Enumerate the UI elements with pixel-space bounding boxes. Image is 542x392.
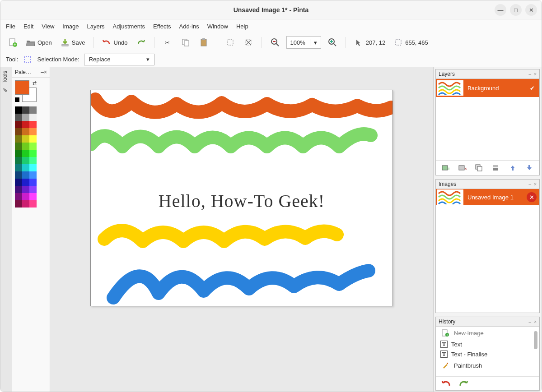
- palette-color[interactable]: [22, 193, 29, 200]
- images-list[interactable]: Unsaved Image 1 ✕: [436, 189, 539, 313]
- canvas-viewport[interactable]: Hello, How-To Geek!: [50, 67, 433, 392]
- duplicate-layer-button[interactable]: [474, 163, 485, 172]
- palette-color[interactable]: [22, 186, 29, 193]
- palette-color[interactable]: [29, 200, 37, 208]
- palette-color[interactable]: [29, 143, 37, 150]
- layer-down-button[interactable]: [524, 163, 535, 172]
- color-swatches[interactable]: ⇄: [15, 80, 37, 102]
- palette-color[interactable]: [29, 135, 37, 143]
- open-button[interactable]: Open: [24, 37, 54, 48]
- close-panel-icon[interactable]: ×: [534, 72, 537, 77]
- save-button[interactable]: Save: [58, 37, 87, 48]
- palette-color[interactable]: [22, 200, 29, 208]
- palette-color[interactable]: [29, 106, 37, 114]
- deselect-button[interactable]: [242, 37, 255, 48]
- menu-image[interactable]: Image: [62, 23, 79, 30]
- palette-color[interactable]: [15, 200, 22, 208]
- palette-color[interactable]: [22, 135, 29, 143]
- palette-color[interactable]: [15, 186, 22, 193]
- palette-color[interactable]: [15, 135, 22, 143]
- palette-color[interactable]: [29, 186, 37, 193]
- palette-color[interactable]: [22, 150, 29, 157]
- close-button[interactable]: ✕: [525, 4, 537, 16]
- layer-up-button[interactable]: [507, 163, 518, 172]
- history-item[interactable]: T Text - Finalise: [436, 349, 539, 359]
- history-list[interactable]: + New Image T Text T Text - Finalise Pai…: [436, 327, 539, 376]
- menu-edit[interactable]: Edit: [23, 23, 33, 30]
- palette-color[interactable]: [22, 179, 29, 186]
- default-colors-icon[interactable]: [15, 97, 19, 102]
- menu-adjustments[interactable]: Adjustments: [112, 23, 145, 30]
- palette-color[interactable]: [29, 128, 37, 135]
- palette-color[interactable]: [29, 171, 37, 179]
- palette-color[interactable]: [22, 143, 29, 150]
- layers-list[interactable]: Background ✔: [436, 79, 539, 160]
- palette-color[interactable]: [22, 114, 29, 121]
- palette-color[interactable]: [29, 150, 37, 157]
- palette-color[interactable]: [15, 128, 22, 135]
- palette-color[interactable]: [22, 157, 29, 164]
- palette-color[interactable]: [15, 143, 22, 150]
- palette-color[interactable]: [22, 121, 29, 128]
- add-layer-button[interactable]: +: [440, 163, 451, 172]
- palette-color[interactable]: [29, 193, 37, 200]
- merge-layer-button[interactable]: [491, 163, 501, 172]
- layer-row[interactable]: Background ✔: [436, 79, 539, 97]
- palette-color[interactable]: [15, 114, 22, 121]
- tools-tab[interactable]: ✎ Tools: [0, 67, 12, 392]
- zoom-out-button[interactable]: [268, 37, 282, 48]
- palette-color[interactable]: [22, 164, 29, 171]
- palette-grid[interactable]: [12, 105, 50, 209]
- history-item[interactable]: T Text: [436, 339, 539, 349]
- menu-window[interactable]: Window: [207, 23, 228, 30]
- minimize-panel-icon[interactable]: –: [529, 182, 532, 187]
- minimize-panel-icon[interactable]: –: [41, 69, 44, 75]
- visible-check-icon[interactable]: ✔: [530, 85, 539, 92]
- canvas[interactable]: Hello, How-To Geek!: [90, 90, 393, 306]
- minimize-panel-icon[interactable]: –: [529, 72, 532, 77]
- history-item[interactable]: + New Image: [436, 327, 539, 339]
- maximize-button[interactable]: □: [510, 4, 522, 16]
- palette-color[interactable]: [22, 106, 29, 114]
- menu-view[interactable]: View: [42, 23, 54, 30]
- cut-button[interactable]: ✂: [161, 37, 174, 48]
- menu-file[interactable]: File: [6, 23, 15, 30]
- palette-color[interactable]: [15, 157, 22, 164]
- palette-color[interactable]: [29, 164, 37, 171]
- close-panel-icon[interactable]: ×: [534, 319, 537, 324]
- palette-color[interactable]: [22, 171, 29, 179]
- history-undo-button[interactable]: [441, 378, 451, 388]
- close-panel-icon[interactable]: ×: [44, 69, 47, 75]
- menu-help[interactable]: Help: [236, 23, 248, 30]
- minimize-panel-icon[interactable]: –: [529, 319, 532, 324]
- palette-color[interactable]: [15, 150, 22, 157]
- delete-layer-button[interactable]: ×: [457, 163, 468, 172]
- palette-color[interactable]: [15, 121, 22, 128]
- palette-color[interactable]: [15, 179, 22, 186]
- menu-effects[interactable]: Effects: [153, 23, 171, 30]
- palette-color[interactable]: [29, 179, 37, 186]
- palette-color[interactable]: [29, 121, 37, 128]
- palette-color[interactable]: [15, 106, 22, 114]
- history-item[interactable]: Paintbrush: [436, 359, 539, 372]
- zoom-in-button[interactable]: [326, 37, 339, 48]
- new-button[interactable]: +: [6, 37, 19, 48]
- swap-colors-icon[interactable]: ⇄: [33, 80, 37, 86]
- zoom-combo[interactable]: 100% ▾: [286, 36, 321, 49]
- redo-button[interactable]: [134, 37, 148, 48]
- menu-addins[interactable]: Add-ins: [179, 23, 199, 30]
- palette-color[interactable]: [15, 164, 22, 171]
- paste-button[interactable]: [197, 37, 210, 48]
- palette-color[interactable]: [29, 157, 37, 164]
- scrollbar-thumb[interactable]: [534, 331, 537, 349]
- copy-button[interactable]: [179, 37, 192, 48]
- palette-color[interactable]: [22, 128, 29, 135]
- primary-color-swatch[interactable]: [15, 80, 29, 95]
- menu-layers[interactable]: Layers: [87, 23, 104, 30]
- close-image-button[interactable]: ✕: [527, 192, 537, 202]
- selection-mode-combo[interactable]: Replace ▾: [84, 54, 155, 65]
- palette-color[interactable]: [29, 114, 37, 121]
- palette-color[interactable]: [15, 171, 22, 179]
- close-panel-icon[interactable]: ×: [534, 182, 537, 187]
- minimize-button[interactable]: —: [495, 4, 506, 16]
